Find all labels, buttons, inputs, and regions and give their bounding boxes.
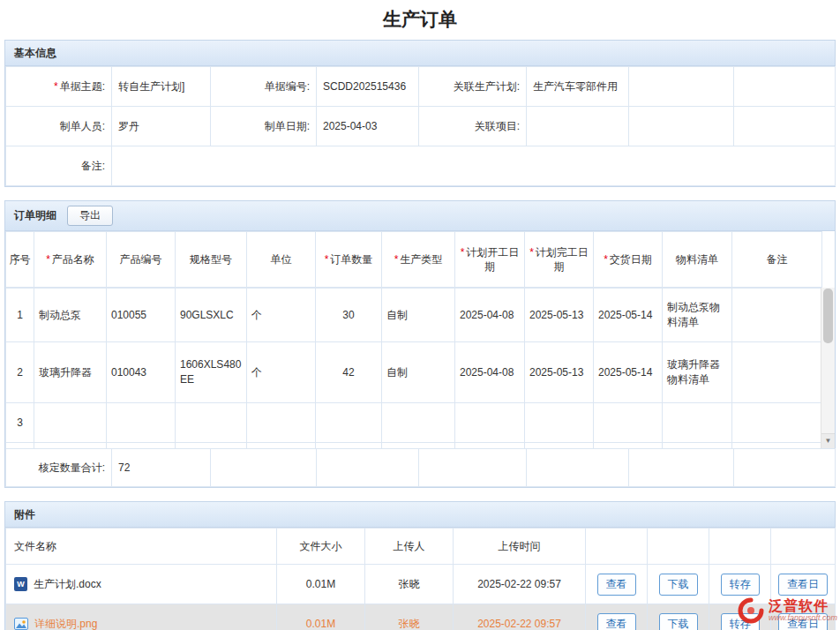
table-row: 3	[6, 403, 822, 443]
cell-prod-type: 自制	[382, 342, 455, 403]
cell-product-no: 010055	[107, 289, 176, 342]
cell-bom: 玻璃升降器物料清单	[663, 342, 732, 403]
detail-column-header-row: 序号 *产品名称 产品编号 规格型号 单位 *订单数量 *生产类型 *计划开工日…	[6, 232, 822, 288]
table-row: 4	[6, 443, 822, 449]
order-details-summary-table: 核定数量合计: 72	[5, 448, 836, 487]
view-button[interactable]: 查看	[597, 574, 636, 596]
cell-unit: 个	[247, 342, 316, 403]
required-asterisk: *	[529, 246, 534, 259]
summary-row: 核定数量合计: 72	[6, 449, 836, 487]
transfer-button[interactable]: 转存	[721, 613, 760, 630]
col-file-name: 文件名称	[6, 529, 277, 565]
action-cell: 转存	[709, 604, 771, 630]
download-button[interactable]: 下载	[659, 613, 698, 630]
upload-time: 2025-02-22 09:57	[454, 604, 586, 630]
action-cell: 转存	[709, 565, 771, 604]
doc-no-label: 单据编号:	[211, 67, 317, 107]
cell-product-no: 010043	[107, 342, 176, 403]
col-spec: 规格型号	[176, 232, 247, 288]
cell-seq: 2	[6, 342, 34, 403]
word-file-icon: W	[14, 577, 27, 591]
cell-prod-type: 自制	[382, 289, 455, 342]
empty-cell	[734, 67, 836, 107]
view-log-button[interactable]: 查看日	[778, 574, 828, 596]
view-log-button[interactable]: 查看日	[778, 613, 828, 630]
make-date-value: 2025-04-03	[317, 107, 419, 146]
attachment-row-highlighted: 详细说明.png 0.01M 张晓 2025-02-22 09:57 查看 下载…	[6, 604, 836, 630]
approved-total-value: 72	[112, 449, 211, 487]
maker-value: 罗丹	[112, 107, 211, 146]
file-size: 0.01M	[277, 604, 365, 630]
empty-cell	[419, 449, 527, 487]
image-file-icon	[14, 617, 28, 630]
file-name-cell: 详细说明.png	[6, 604, 277, 630]
col-prod-type: *生产类型	[382, 232, 455, 288]
col-delivery-date: *交货日期	[594, 232, 663, 288]
attachments-column-header-row: 文件名称 文件大小 上传人 上传时间	[6, 529, 836, 565]
table-row: 1 制动总泵 010055 90GLSXLC 个 30 自制 2025-04-0…	[6, 289, 822, 342]
download-button[interactable]: 下载	[659, 574, 698, 596]
scroll-down-arrow-icon[interactable]: ▼	[821, 433, 835, 448]
subject-label: *单据主题:	[6, 67, 112, 107]
approved-total-label: 核定数量合计:	[6, 449, 112, 487]
transfer-button[interactable]: 转存	[721, 574, 760, 596]
empty-cell	[629, 449, 734, 487]
required-asterisk: *	[46, 253, 50, 266]
col-file-size: 文件大小	[277, 529, 365, 565]
required-asterisk: *	[604, 253, 608, 266]
cell-plan-finish: 2025-05-13	[525, 289, 594, 342]
related-project-label: 关联项目:	[419, 107, 527, 146]
vertical-scrollbar[interactable]: ▼	[821, 288, 835, 448]
uploader: 张晓	[365, 565, 454, 604]
col-bom: 物料清单	[663, 232, 732, 288]
attachment-row: W 生产计划.docx 0.01M 张晓 2025-02-22 09:57 查看…	[6, 565, 836, 604]
action-cell: 查看日	[771, 565, 836, 604]
subject-value: 转自生产计划]	[112, 67, 211, 107]
cell-product-name: 玻璃升降器	[34, 342, 107, 403]
order-details-header: 订单明细 导出	[5, 201, 835, 231]
basic-info-row-1: *单据主题: 转自生产计划] 单据编号: SCDD202515436 关联生产计…	[6, 67, 836, 107]
remark-label: 备注:	[6, 146, 112, 186]
action-cell: 下载	[648, 604, 709, 630]
attachments-table: 文件名称 文件大小 上传人 上传时间 W 生产计划.docx 0.01M 张晓 …	[5, 528, 836, 630]
required-asterisk: *	[461, 246, 465, 259]
col-action	[586, 529, 648, 565]
uploader: 张晓	[365, 604, 454, 630]
order-details-header-table: 序号 *产品名称 产品编号 规格型号 单位 *订单数量 *生产类型 *计划开工日…	[5, 231, 822, 288]
scrollbar-thumb[interactable]	[823, 289, 833, 343]
file-name-cell: W 生产计划.docx	[6, 565, 277, 604]
order-details-body: 1 制动总泵 010055 90GLSXLC 个 30 自制 2025-04-0…	[5, 288, 835, 448]
col-plan-finish: *计划完工日期	[525, 232, 594, 288]
col-action	[771, 529, 836, 565]
related-project-value	[527, 107, 629, 146]
required-asterisk: *	[394, 253, 399, 266]
page-title: 生产订单	[0, 0, 840, 40]
action-cell: 查看日	[771, 604, 836, 630]
col-action	[648, 529, 709, 565]
required-asterisk: *	[54, 80, 58, 93]
cell-seq: 1	[6, 289, 34, 342]
basic-info-row-3: 备注:	[6, 146, 836, 186]
file-name[interactable]: 生产计划.docx	[34, 577, 101, 592]
cell-seq: 4	[6, 443, 34, 449]
cell-remark	[732, 342, 822, 403]
order-details-section: 订单明细 导出 序号 *产品名称 产品编号 规格型号 单位 *订单数量 *生产类…	[4, 200, 836, 488]
export-button[interactable]: 导出	[67, 206, 113, 226]
col-order-qty: *订单数量	[316, 232, 382, 288]
action-cell: 查看	[586, 565, 648, 604]
view-button[interactable]: 查看	[597, 613, 636, 630]
file-name[interactable]: 详细说明.png	[34, 617, 97, 630]
attachments-header: 附件	[5, 502, 835, 528]
empty-cell	[734, 449, 836, 487]
cell-spec: 90GLSXLC	[176, 289, 247, 342]
col-uploader: 上传人	[365, 529, 454, 565]
col-remark: 备注	[732, 232, 822, 288]
col-product-no: 产品编号	[107, 232, 176, 288]
basic-info-table: *单据主题: 转自生产计划] 单据编号: SCDD202515436 关联生产计…	[5, 66, 836, 186]
empty-cell	[211, 449, 317, 487]
cell-delivery-date: 2025-05-14	[594, 342, 663, 403]
cell-product-name: 制动总泵	[34, 289, 107, 342]
col-plan-start: *计划开工日期	[455, 232, 525, 288]
basic-info-title: 基本信息	[14, 46, 56, 61]
action-cell: 查看	[586, 604, 648, 630]
